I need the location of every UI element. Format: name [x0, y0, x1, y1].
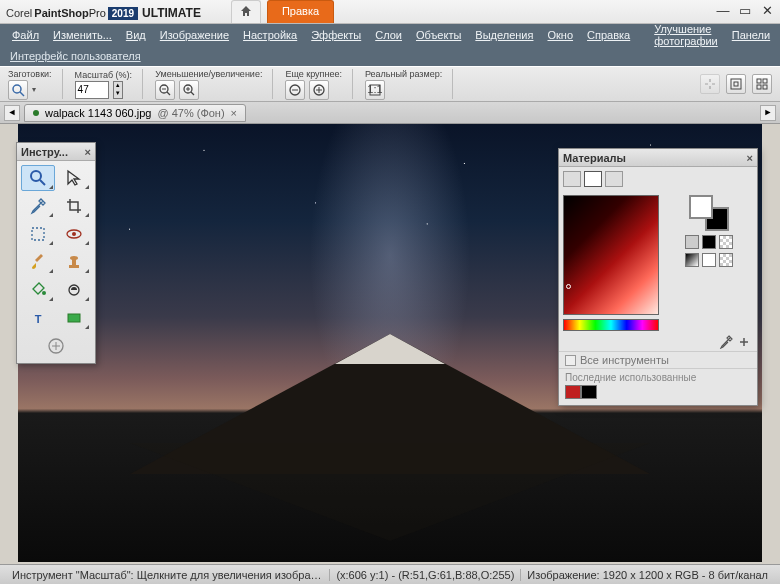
fit-window-button[interactable]: [700, 74, 720, 94]
tool-lighten[interactable]: [57, 277, 91, 303]
tool-zoom[interactable]: [21, 165, 55, 191]
eye-icon: [65, 225, 83, 243]
tool-clone[interactable]: [57, 249, 91, 275]
doc-prev-button[interactable]: ◄: [4, 105, 20, 121]
svg-rect-16: [731, 79, 741, 89]
menu-view[interactable]: Вид: [120, 26, 152, 44]
menu-objects[interactable]: Объекты: [410, 26, 467, 44]
circle-minus-icon: [288, 83, 302, 97]
plus-circle-icon: [47, 337, 65, 355]
eyedropper-icon[interactable]: [719, 335, 733, 349]
tool-crop[interactable]: [57, 193, 91, 219]
one-to-one-icon: 1:1: [368, 83, 382, 97]
menu-edit[interactable]: Изменить...: [47, 26, 118, 44]
zoom-spinner[interactable]: ▲▼: [113, 81, 123, 99]
svg-rect-14: [370, 85, 380, 95]
minimize-button[interactable]: —: [716, 5, 730, 19]
magnifier-icon: [11, 83, 25, 97]
menu-file[interactable]: Файл: [6, 26, 45, 44]
recent-swatch-1[interactable]: [565, 385, 581, 399]
doc-next-button[interactable]: ►: [760, 105, 776, 121]
tool-more[interactable]: [41, 333, 71, 359]
tool-dropper[interactable]: [21, 193, 55, 219]
status-bar: Инструмент "Масштаб": Щелкните для увели…: [0, 564, 780, 584]
materials-header[interactable]: Материалы ×: [559, 149, 757, 167]
menu-help[interactable]: Справка: [581, 26, 636, 44]
menu-window[interactable]: Окно: [541, 26, 579, 44]
close-button[interactable]: ✕: [760, 5, 774, 19]
hue-strip[interactable]: [563, 319, 659, 331]
mode-frame-button[interactable]: [563, 171, 581, 187]
recent-swatch-2[interactable]: [581, 385, 597, 399]
zoom-in-icon: [182, 83, 196, 97]
tool-shape[interactable]: [57, 305, 91, 331]
tab-home[interactable]: [231, 0, 261, 23]
mode-rainbow-button[interactable]: [584, 171, 602, 187]
tool-selection[interactable]: [21, 221, 55, 247]
tool-text[interactable]: T: [21, 305, 55, 331]
year-badge: 2019: [108, 7, 138, 20]
doc-close-button[interactable]: ×: [231, 107, 237, 119]
menu-adjust[interactable]: Настройка: [237, 26, 303, 44]
style-none[interactable]: [702, 253, 716, 267]
tool-fill[interactable]: [21, 277, 55, 303]
all-tools-row[interactable]: Все инструменты: [559, 351, 757, 368]
svg-point-5: [184, 85, 192, 93]
tool-pick[interactable]: [57, 165, 91, 191]
svg-line-23: [40, 180, 45, 185]
materials-close-button[interactable]: ×: [747, 152, 753, 164]
fg-bg-swatches[interactable]: [689, 195, 729, 231]
workspace-link[interactable]: Интерфейс пользователя: [10, 50, 141, 62]
menu-layers[interactable]: Слои: [369, 26, 408, 44]
zoom-out-icon: [158, 83, 172, 97]
menu-selections[interactable]: Выделения: [469, 26, 539, 44]
add-swatch-icon[interactable]: [737, 335, 751, 349]
zoom-inout-label: Уменьшение/увеличение:: [155, 69, 262, 79]
tab-edit[interactable]: Правка: [267, 0, 334, 23]
circle-plus-icon: [312, 83, 326, 97]
zoom-value-input[interactable]: 47: [75, 81, 109, 99]
tool-redeye[interactable]: [57, 221, 91, 247]
svg-point-0: [13, 85, 21, 93]
tool-brush[interactable]: [21, 249, 55, 275]
zoom-bigger-out[interactable]: [285, 80, 305, 100]
svg-rect-24: [32, 228, 44, 240]
style-texture[interactable]: [719, 253, 733, 267]
svg-rect-18: [757, 79, 761, 83]
all-tools-checkbox[interactable]: [565, 355, 576, 366]
svg-rect-28: [72, 259, 76, 265]
menu-panels[interactable]: Панели: [726, 26, 776, 44]
eyedropper-icon: [29, 197, 47, 215]
tools-panel-header[interactable]: Инстру... ×: [17, 143, 95, 161]
tools-close-button[interactable]: ×: [85, 146, 91, 158]
mode-swatches-button[interactable]: [605, 171, 623, 187]
menu-image[interactable]: Изображение: [154, 26, 235, 44]
svg-text:1:1: 1:1: [368, 83, 382, 95]
rectangle-icon: [65, 309, 83, 327]
bucket-icon: [29, 281, 47, 299]
doc-status-icon: [33, 110, 39, 116]
style-pattern[interactable]: [719, 235, 733, 249]
menu-bar: Файл Изменить... Вид Изображение Настрой…: [0, 24, 780, 46]
menu-effects[interactable]: Эффекты: [305, 26, 367, 44]
zoom-in-button[interactable]: [179, 80, 199, 100]
app-logo: Corel PaintShopPro 2019 ULTIMATE: [6, 3, 201, 20]
color-gradient-picker[interactable]: [563, 195, 659, 315]
fit-image-button[interactable]: [726, 74, 746, 94]
presets-button[interactable]: [8, 80, 28, 100]
menu-enhance[interactable]: Улучшение фотографии: [648, 20, 724, 50]
center-button[interactable]: [752, 74, 772, 94]
style-solid-2[interactable]: [702, 235, 716, 249]
maximize-button[interactable]: ▭: [738, 5, 752, 19]
style-solid[interactable]: [685, 235, 699, 249]
zoom-bigger-in[interactable]: [309, 80, 329, 100]
recent-label: Последние использованные: [565, 372, 751, 383]
zoom-out-button[interactable]: [155, 80, 175, 100]
actual-size-button[interactable]: 1:1: [365, 80, 385, 100]
fg-swatch[interactable]: [689, 195, 713, 219]
dodge-icon: [65, 281, 83, 299]
svg-point-31: [69, 285, 79, 295]
style-gradient[interactable]: [685, 253, 699, 267]
document-tab[interactable]: walpack 1143 060.jpg @ 47% (Фон) ×: [24, 104, 246, 122]
status-hint: Инструмент "Масштаб": Щелкните для увели…: [6, 569, 330, 581]
